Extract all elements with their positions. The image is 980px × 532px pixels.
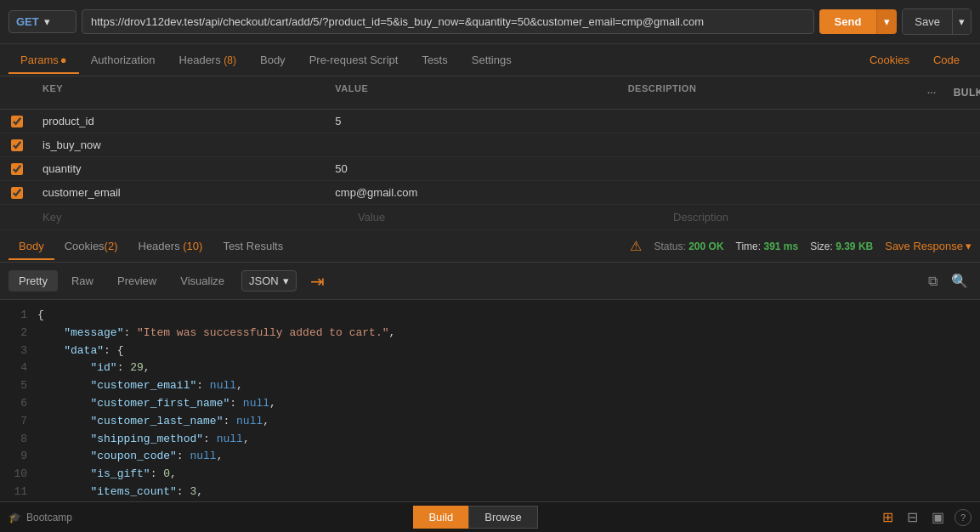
tab-cookies[interactable]: Cookies xyxy=(858,47,921,73)
view-tab-raw[interactable]: Raw xyxy=(61,270,104,291)
new-description-input[interactable] xyxy=(665,205,980,229)
line-number: 3 xyxy=(0,342,37,360)
tab-code[interactable]: Code xyxy=(921,47,972,73)
new-key-input[interactable] xyxy=(34,205,349,229)
save-response-button[interactable]: Save Response ▾ xyxy=(885,240,972,252)
search-button[interactable]: 🔍 xyxy=(948,269,972,292)
params-table: KEY VALUE DESCRIPTION ··· Bulk Edit prod… xyxy=(0,76,980,230)
format-chevron-icon: ▾ xyxy=(283,274,289,287)
line-number: 9 xyxy=(0,448,37,466)
status-size-label: Size: 9.39 KB xyxy=(810,241,873,252)
view-tab-pretty[interactable]: Pretty xyxy=(8,270,58,291)
params-dot: ● xyxy=(60,54,67,66)
save-button[interactable]: Save xyxy=(903,9,952,34)
line-content: "customer_email": null, xyxy=(37,377,980,395)
header-actions-col: ··· Bulk Edit xyxy=(912,80,980,105)
send-dropdown-button[interactable]: ▾ xyxy=(876,9,897,34)
layout-btn-2[interactable]: ⊟ xyxy=(904,506,921,529)
row2-checkbox[interactable] xyxy=(11,139,23,151)
warning-icon: ⚠ xyxy=(630,238,642,254)
code-line: 7 "customer_last_name": null, xyxy=(0,413,980,431)
row4-actions xyxy=(912,188,980,198)
bulk-edit-button[interactable]: Bulk Edit xyxy=(947,83,980,102)
tab-headers[interactable]: Headers (8) xyxy=(167,47,248,73)
send-button[interactable]: Send xyxy=(819,9,877,34)
save-response-chevron: ▾ xyxy=(966,240,972,252)
layout-btn-3[interactable]: ▣ xyxy=(928,506,948,529)
method-label: GET xyxy=(16,15,39,28)
layout-btn-1[interactable]: ⊞ xyxy=(879,506,897,529)
browse-button[interactable]: Browse xyxy=(468,506,537,529)
line-content: "is_gift": 0, xyxy=(37,466,980,484)
send-btn-group: Send ▾ xyxy=(819,9,898,34)
line-content: { xyxy=(37,307,980,325)
header-key-col: KEY xyxy=(34,80,326,105)
code-line: 11 "items_count": 3, xyxy=(0,484,980,501)
save-dropdown-button[interactable]: ▾ xyxy=(952,9,971,34)
response-tab-cookies[interactable]: Cookies(2) xyxy=(54,233,128,259)
top-tab-bar: Params● Authorization Headers (8) Body P… xyxy=(0,44,980,76)
tab-tests[interactable]: Tests xyxy=(410,47,459,73)
build-button[interactable]: Build xyxy=(413,506,468,529)
row3-checkbox[interactable] xyxy=(11,163,23,175)
method-select[interactable]: GET ▾ xyxy=(8,10,76,33)
method-chevron-icon: ▾ xyxy=(44,15,50,28)
tab-params[interactable]: Params● xyxy=(8,47,79,73)
format-select[interactable]: JSON ▾ xyxy=(241,270,297,291)
code-area[interactable]: 1{2 "message": "Item was successfully ad… xyxy=(0,300,980,501)
response-tab-body[interactable]: Body xyxy=(8,233,54,259)
tab-body[interactable]: Body xyxy=(248,47,297,73)
row4-value: cmp@gmail.com xyxy=(326,181,619,204)
row2-description xyxy=(620,140,912,150)
row1-checkbox[interactable] xyxy=(11,116,23,127)
body-toolbar: Pretty Raw Preview Visualize JSON ▾ ⇥ ⧉ … xyxy=(0,263,980,300)
line-number: 5 xyxy=(0,377,37,395)
line-number: 10 xyxy=(0,466,37,484)
new-param-row xyxy=(0,205,980,230)
dots-menu[interactable]: ··· xyxy=(921,84,943,101)
row2-actions xyxy=(912,140,980,150)
view-tab-preview[interactable]: Preview xyxy=(107,270,167,291)
row3-description xyxy=(620,164,912,174)
tab-authorization[interactable]: Authorization xyxy=(79,47,167,73)
view-tab-visualize[interactable]: Visualize xyxy=(170,270,235,291)
bottom-center: Build Browse xyxy=(413,506,537,529)
response-section: Body Cookies(2) Headers (10) Test Result… xyxy=(0,230,980,501)
row1-checkbox-cell xyxy=(0,110,34,133)
toolbar-right: ⧉ 🔍 xyxy=(925,269,972,292)
line-content: "customer_first_name": null, xyxy=(37,395,980,413)
help-button[interactable]: ? xyxy=(955,509,972,526)
row4-checkbox-cell xyxy=(0,182,34,204)
line-content: "message": "Item was successfully added … xyxy=(37,325,980,342)
bottom-right: ⊞ ⊟ ▣ ? xyxy=(879,506,972,529)
line-number: 6 xyxy=(0,395,37,413)
code-line: 2 "message": "Item was successfully adde… xyxy=(0,325,980,342)
bottom-bar: 🎓 Bootcamp Build Browse ⊞ ⊟ ▣ ? xyxy=(0,501,980,532)
response-tab-headers[interactable]: Headers (10) xyxy=(128,233,213,259)
header-value-col: VALUE xyxy=(326,80,619,105)
row3-checkbox-cell xyxy=(0,158,34,180)
tab-right-area: Cookies Code xyxy=(858,47,972,73)
line-number: 11 xyxy=(0,484,37,501)
tab-settings[interactable]: Settings xyxy=(460,47,524,73)
copy-button[interactable]: ⧉ xyxy=(925,269,941,292)
line-number: 2 xyxy=(0,325,37,342)
response-tab-test-results[interactable]: Test Results xyxy=(212,233,293,259)
status-ok-label: Status: 200 OK xyxy=(654,241,723,252)
header-checkbox-col xyxy=(0,80,34,105)
line-number: 7 xyxy=(0,413,37,431)
status-time-label: Time: 391 ms xyxy=(736,241,799,252)
line-content: "shipping_method": null, xyxy=(37,431,980,449)
url-input[interactable] xyxy=(82,9,814,34)
code-line: 6 "customer_first_name": null, xyxy=(0,395,980,413)
row3-key: quantity xyxy=(34,157,326,180)
new-value-input[interactable] xyxy=(349,205,665,229)
wrap-button[interactable]: ⇥ xyxy=(305,269,330,293)
code-line: 5 "customer_email": null, xyxy=(0,377,980,395)
new-row-checkbox-cell xyxy=(0,205,34,229)
tab-prerequest[interactable]: Pre-request Script xyxy=(297,47,411,73)
bootcamp-hat-icon: 🎓 xyxy=(8,512,21,524)
row4-checkbox[interactable] xyxy=(11,187,23,199)
line-content: "coupon_code": null, xyxy=(37,448,980,466)
row3-value: 50 xyxy=(326,157,619,180)
